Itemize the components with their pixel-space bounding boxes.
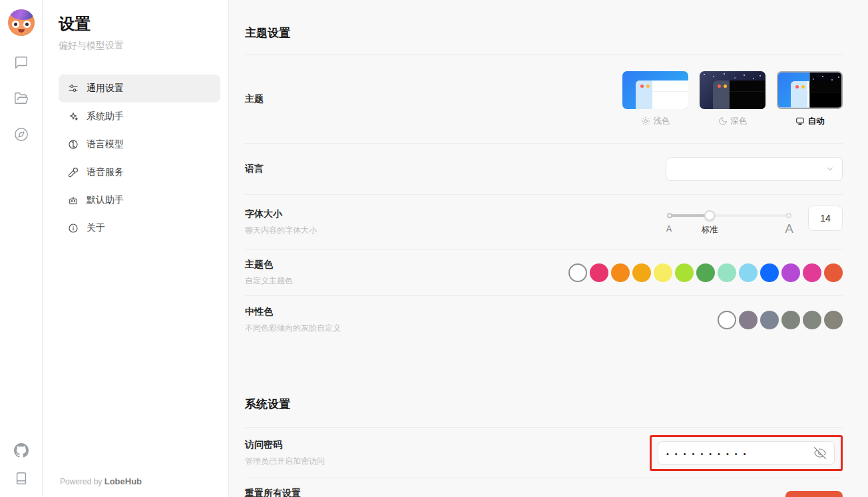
theme-row: 主题 浅色 [245,55,843,144]
page-subtitle: 偏好与模型设置 [59,40,220,52]
brand-name[interactable]: LobeHub [105,476,142,486]
access-password-desc: 管理员已开启加密访问 [245,456,325,467]
menu-item-label: 语言模型 [87,138,124,150]
theme-color-label: 主题色 [245,259,293,271]
sun-icon [641,116,650,126]
compass-icon[interactable] [13,126,29,142]
color-swatch[interactable] [611,263,630,282]
color-swatch[interactable] [675,263,694,282]
rail-bottom-icons [13,442,29,486]
theme-options: 浅色 深色 [622,71,843,127]
chevron-down-icon [825,164,835,174]
neutral-swatch[interactable] [760,311,779,329]
theme-option-label: 自动 [808,116,825,127]
chat-icon[interactable] [13,55,29,71]
bot-icon [68,195,79,206]
github-icon[interactable] [13,442,29,458]
menu-item-about[interactable]: 关于 [59,214,220,242]
avatar-hair [11,9,33,20]
theme-option-light[interactable]: 浅色 [622,71,688,127]
menu-item-system-agent[interactable]: 系统助手 [59,102,220,130]
neutral-swatch[interactable] [803,311,821,329]
reset-button[interactable] [785,491,843,497]
eye-off-icon[interactable] [814,447,826,459]
menu-item-label: 通用设置 [87,83,124,94]
font-large-mark: A [785,222,793,236]
color-swatch[interactable] [760,263,779,282]
font-size-label: 字体大小 [245,208,317,220]
monitor-icon [795,116,805,126]
theme-section-title: 主题设置 [245,0,843,55]
neutral-swatch-default[interactable] [718,311,736,329]
menu-item-label: 语音服务 [87,166,124,178]
neutral-swatch[interactable] [739,311,758,329]
annotation-highlight-box: •••••••••• [650,435,843,471]
app-window: 设置 偏好与模型设置 通用设置 系统助手 语言模型 语音服务 默认助手 [0,0,868,497]
theme-option-label: 浅色 [654,116,670,127]
avatar-eye [12,21,19,28]
powered-by-label: Powered by [60,477,102,486]
brain-icon [68,139,79,150]
color-swatch[interactable] [739,263,758,282]
color-swatch[interactable] [803,263,821,282]
menu-item-label: 默认助手 [87,194,124,206]
settings-content: 主题设置 主题 浅色 [229,0,868,497]
moon-icon [718,116,728,126]
mobile-icon[interactable] [13,470,29,486]
color-swatch[interactable] [824,263,843,282]
powered-by: Powered by LobeHub [59,476,220,486]
font-size-slider[interactable]: A 标准 A [668,210,791,239]
color-swatch[interactable] [632,263,651,282]
password-input[interactable]: •••••••••• [658,441,835,465]
user-avatar[interactable] [8,9,35,36]
font-size-row: 字体大小 聊天内容的字体大小 A 标准 A 14 [245,195,843,249]
font-small-mark: A [666,224,672,234]
theme-color-swatches [568,263,843,282]
slider-fill [668,214,710,217]
menu-item-general[interactable]: 通用设置 [59,75,220,102]
mic-icon [68,167,79,178]
theme-option-auto[interactable]: 自动 [777,71,843,127]
theme-color-desc: 自定义主题色 [245,275,293,287]
color-swatch[interactable] [590,263,608,282]
language-label: 语言 [245,163,264,175]
neutral-swatch[interactable] [824,311,843,329]
theme-label: 主题 [245,93,264,105]
access-password-row: 访问密码 管理员已开启加密访问 •••••••••• [245,428,843,478]
menu-item-language-model[interactable]: 语言模型 [59,130,220,158]
color-swatch[interactable] [696,263,715,282]
menu-item-voice-service[interactable]: 语音服务 [59,158,220,186]
folder-icon[interactable] [13,90,29,106]
reset-settings-label: 重置所有设置 [245,488,301,497]
slider-max-dot [786,213,791,218]
menu-item-default-agent[interactable]: 默认助手 [59,186,220,214]
language-select[interactable] [666,157,843,181]
page-title: 设置 [59,13,220,35]
theme-option-label: 深色 [731,116,748,127]
settings-menu: 通用设置 系统助手 语言模型 语音服务 默认助手 关于 [59,75,220,242]
info-icon [68,223,79,234]
color-swatch-default[interactable] [568,263,587,282]
color-swatch[interactable] [718,263,736,282]
theme-thumb-light [622,71,688,109]
font-size-control: A 标准 A 14 [668,206,843,239]
neutral-color-swatches [718,311,843,329]
theme-color-row: 主题色 自定义主题色 [245,249,843,296]
settings-nav-panel: 设置 偏好与模型设置 通用设置 系统助手 语言模型 语音服务 默认助手 [43,0,229,497]
font-size-input[interactable]: 14 [808,206,843,231]
color-swatch[interactable] [781,263,800,282]
access-password-label: 访问密码 [245,439,325,451]
slider-handle[interactable] [704,210,715,221]
font-size-desc: 聊天内容的字体大小 [245,225,317,236]
sliders-icon [68,83,79,94]
neutral-color-label: 中性色 [245,306,341,318]
menu-item-label: 系统助手 [87,110,124,122]
font-standard-mark: 标准 [701,224,718,236]
neutral-swatch[interactable] [781,311,800,329]
neutral-color-row: 中性色 不同色彩倾向的灰阶自定义 [245,296,843,344]
color-swatch[interactable] [654,263,672,282]
language-row: 语言 [245,144,843,195]
slider-min-dot [667,213,672,218]
icon-rail [0,0,43,497]
theme-option-dark[interactable]: 深色 [700,71,765,127]
